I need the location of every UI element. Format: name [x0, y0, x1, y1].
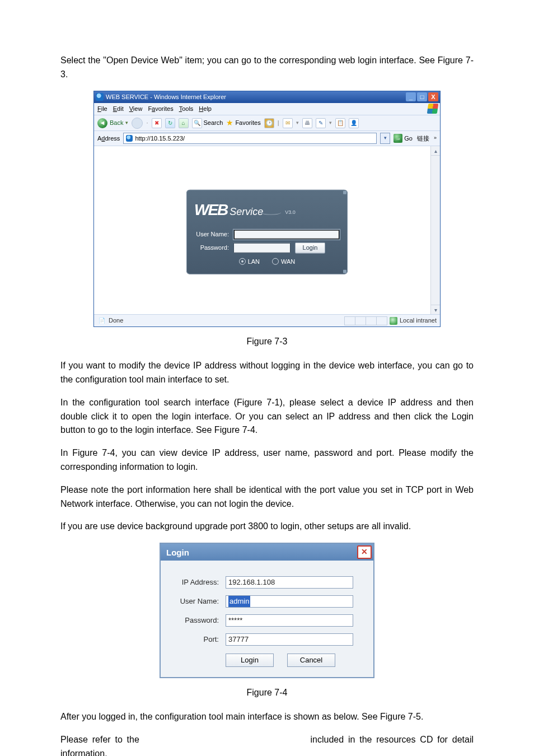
close-button[interactable]: X — [428, 92, 438, 101]
favorites-button[interactable]: ★Favorites — [226, 117, 260, 129]
url-text: http://10.15.5.223/ — [135, 134, 185, 143]
username-input[interactable]: admin — [226, 595, 353, 608]
home-icon[interactable]: ⌂ — [179, 118, 189, 128]
paragraph: Please refer to the included in the reso… — [60, 733, 474, 756]
maximize-button[interactable]: □ — [417, 92, 427, 101]
lan-radio[interactable]: LAN — [239, 257, 260, 267]
ie-status-bar: 📄Done Local intranet — [94, 314, 440, 326]
scroll-down-icon[interactable]: ▾ — [431, 305, 440, 314]
window-title: WEB SERVICE - Windows Internet Explorer — [106, 92, 226, 102]
port-label: Port: — [172, 634, 226, 645]
separator: · — [146, 118, 148, 128]
corner-icon — [343, 270, 346, 273]
address-label: Address — [97, 134, 120, 143]
ip-label: IP Address: — [172, 577, 226, 588]
paragraph: Select the "Open Device Web" item; you c… — [60, 54, 474, 82]
search-icon: 🔍 — [192, 118, 202, 128]
refresh-icon[interactable]: ↻ — [165, 118, 175, 128]
print-icon[interactable]: 🖶 — [302, 118, 312, 128]
figure-caption: Figure 7-4 — [60, 686, 474, 700]
ie-menubar: File Edit View Favorites Tools Help — [94, 103, 440, 115]
history-icon[interactable]: 🕑 — [264, 118, 274, 128]
clipboard-icon[interactable]: 📋 — [335, 118, 345, 128]
menu-favorites[interactable]: Favorites — [148, 104, 173, 114]
web-service-logo: WEB Service V3.0 — [194, 195, 340, 226]
links-label[interactable]: 链接 — [416, 134, 430, 143]
login-dialog: Login ✕ IP Address: 192.168.1.108 User N… — [160, 543, 374, 678]
login-panel: WEB Service V3.0 User Name: Password: Lo… — [186, 190, 348, 274]
dialog-titlebar[interactable]: Login ✕ — [161, 544, 373, 561]
password-input[interactable] — [233, 243, 291, 253]
ie-flag-icon — [427, 104, 439, 114]
forward-button[interactable] — [132, 118, 143, 129]
page-content: ▴ ▾ WEB Service V3.0 User Name: Password… — [94, 146, 440, 314]
close-button[interactable]: ✕ — [357, 545, 372, 559]
ie-titlebar[interactable]: WEB SERVICE - Windows Internet Explorer … — [94, 91, 440, 103]
paragraph: After you logged in, the configuration t… — [60, 710, 474, 724]
username-input[interactable] — [233, 230, 340, 240]
password-input[interactable]: ***** — [226, 614, 353, 627]
username-label: User Name: — [172, 596, 226, 607]
password-label: Password: — [172, 615, 226, 626]
paragraph: In Figure 7-4, you can view device IP ad… — [60, 446, 474, 474]
page-icon — [126, 135, 133, 142]
search-button[interactable]: 🔍Search — [192, 118, 223, 128]
figure-caption: Figure 7-3 — [60, 335, 474, 349]
radio-icon — [272, 258, 279, 265]
wan-radio[interactable]: WAN — [272, 257, 295, 267]
menu-help[interactable]: Help — [199, 104, 212, 114]
radio-selected-icon — [239, 258, 246, 265]
paragraph: Please note the port information here sh… — [60, 483, 474, 511]
menu-file[interactable]: File — [97, 104, 107, 114]
menu-edit[interactable]: Edit — [113, 104, 124, 114]
intranet-icon — [390, 317, 397, 325]
star-icon: ★ — [226, 117, 233, 129]
msn-icon[interactable]: 👤 — [349, 118, 359, 128]
corner-icon — [343, 191, 346, 194]
ie-toolbar: ◄Back▾ · ✖ ↻ ⌂ 🔍Search ★Favorites 🕑 | ✉▾… — [94, 115, 440, 132]
security-zone: Local intranet — [390, 316, 437, 325]
dialog-title: Login — [166, 546, 189, 559]
status-text: Done — [109, 316, 123, 325]
login-button[interactable]: Login — [226, 654, 274, 667]
port-input[interactable]: 37777 — [226, 633, 353, 646]
go-button[interactable]: →Go — [394, 134, 413, 143]
address-dropdown[interactable]: ▾ — [380, 133, 390, 144]
mail-icon[interactable]: ✉ — [283, 118, 293, 128]
ie-window: WEB SERVICE - Windows Internet Explorer … — [93, 91, 441, 328]
paragraph: If you want to modify the device IP addr… — [60, 359, 474, 387]
ie-icon — [96, 93, 104, 101]
cancel-button[interactable]: Cancel — [287, 654, 335, 667]
menu-view[interactable]: View — [129, 104, 143, 114]
scrollbar[interactable]: ▴ ▾ — [430, 146, 440, 314]
edit-icon[interactable]: ✎ — [316, 118, 326, 128]
status-panes — [344, 316, 387, 325]
ip-input[interactable]: 192.168.1.108 — [226, 576, 353, 589]
username-label: User Name: — [194, 230, 229, 239]
menu-tools[interactable]: Tools — [179, 104, 194, 114]
password-label: Password: — [194, 243, 229, 253]
address-input[interactable]: http://10.15.5.223/ — [123, 133, 377, 144]
paragraph: In the configuration tool search interfa… — [60, 396, 474, 437]
scroll-up-icon[interactable]: ▴ — [431, 146, 440, 156]
minimize-button[interactable]: _ — [406, 92, 416, 101]
login-button[interactable]: Login — [295, 242, 325, 254]
stop-icon[interactable]: ✖ — [152, 118, 162, 128]
back-button[interactable]: ◄Back▾ — [97, 118, 128, 128]
ie-address-bar: Address http://10.15.5.223/ ▾ →Go 链接 » — [94, 131, 440, 146]
done-icon: 📄 — [97, 316, 106, 325]
paragraph: If you are use device background upgrade… — [60, 520, 474, 534]
